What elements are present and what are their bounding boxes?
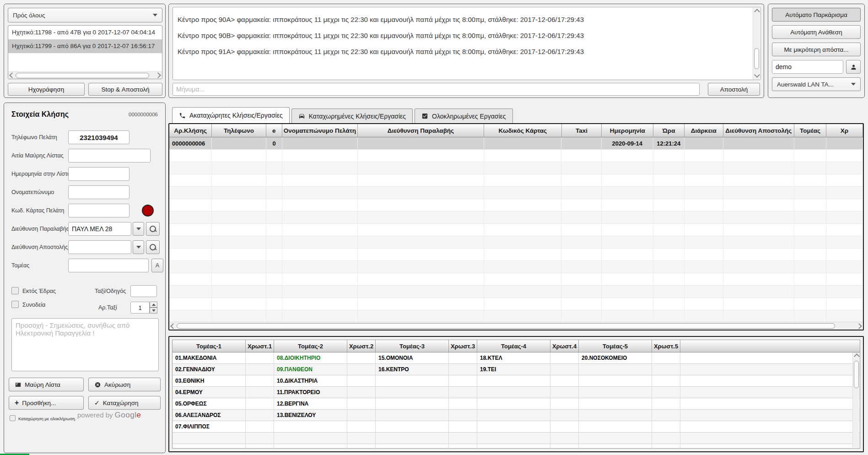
blacklist-button[interactable]: Μαύρη Λίστα — [9, 378, 84, 391]
table-row[interactable] — [169, 162, 863, 174]
column-header[interactable]: Ώρα — [653, 124, 685, 137]
add-button[interactable]: + Προσθήκη... — [9, 396, 84, 410]
notes-textarea[interactable] — [11, 318, 159, 371]
sectors-vscrollbar[interactable] — [852, 352, 859, 448]
table-row[interactable] — [169, 249, 863, 261]
operator-input[interactable] — [772, 60, 843, 74]
taxi-driver-input[interactable] — [130, 285, 157, 297]
audio-list[interactable]: Ηχητικό:11798 - από 47Β για 0 2017-12-07… — [8, 25, 162, 79]
column-header[interactable]: Ημερομηνία — [602, 124, 653, 137]
audio-list-hscrollbar[interactable] — [8, 71, 162, 79]
list-date-input[interactable] — [68, 167, 129, 181]
table-row[interactable] — [169, 286, 863, 298]
dropoff-search-button[interactable] — [146, 240, 160, 254]
taxi-number-stepper[interactable] — [150, 302, 157, 314]
auto-parking-button[interactable]: Αυτόματο Παρκάρισμα — [772, 8, 861, 22]
column-header[interactable]: Τομέας-1 — [173, 340, 246, 352]
scroll-right-icon[interactable] — [155, 72, 161, 78]
table-row[interactable] — [169, 174, 863, 187]
blacklist-reason-input[interactable] — [68, 149, 151, 162]
column-header[interactable]: Τομέας-2 — [274, 340, 347, 352]
sector-cell[interactable]: 18.ΚΤΕΛ — [477, 352, 550, 363]
table-row[interactable] — [169, 224, 863, 236]
selected-call-row[interactable]: 0000000006 0 2020-09-14 12:21:24 — [169, 137, 863, 150]
sectors-row[interactable]: 03.ΕΘΝΙΚΗ 10.ΔΙΚΑΣΤΗΡΙΑ — [173, 375, 860, 387]
sector-cell[interactable]: 20.ΝΟΣΟΚΟΜΕΙΟ — [579, 352, 652, 363]
column-header[interactable]: Διάρκεια — [685, 124, 723, 137]
column-header[interactable]: Taxi — [562, 124, 602, 137]
operator-login-button[interactable] — [846, 60, 861, 74]
message-input[interactable] — [173, 83, 700, 96]
record-button[interactable]: Ηχογράφηση — [8, 83, 85, 96]
sectors-row[interactable]: 01.ΜΑΚΕΔΟΝΙΑ 08.ΔΙΟΙΚΗΤΗΡΙΟ 15.ΟΜΟΝΟΙΑ 1… — [173, 352, 860, 364]
tab-registered-calls[interactable]: Καταχωρημένες Κλήσεις/Εργασίες — [291, 108, 413, 123]
escort-checkbox[interactable] — [11, 301, 19, 308]
auto-assign-button[interactable]: Αυτόματη Ανάθεση — [772, 25, 861, 39]
scrollbar-track[interactable] — [177, 323, 856, 329]
pickup-address-input[interactable] — [68, 222, 131, 236]
table-row[interactable] — [169, 273, 863, 286]
pbx-select[interactable]: Auerswald LAN TA... — [772, 77, 861, 91]
column-header[interactable]: Τομέας-3 — [376, 340, 449, 352]
column-header[interactable]: Τηλέφωνο — [212, 124, 266, 137]
calls-table-hscrollbar[interactable] — [169, 322, 863, 330]
sector-cell[interactable]: 03.ΕΘΝΙΚΗ — [173, 375, 246, 386]
sectors-row[interactable]: 07.ΦΙΛΙΠΠΟΣ — [173, 421, 860, 433]
sector-cell[interactable]: 13.ΒΕΝΙΖΕΛΟΥ — [274, 410, 347, 421]
table-row[interactable] — [169, 310, 863, 323]
pickup-search-button[interactable] — [146, 222, 160, 236]
table-row[interactable] — [169, 187, 863, 199]
sector-cell[interactable]: 02.ΓΕΝΝΑΔΙΟΥ — [173, 364, 246, 375]
scroll-up-icon[interactable] — [854, 353, 860, 359]
column-header[interactable]: Διεύθυνση Παραλαβής — [358, 124, 484, 137]
list-item[interactable]: Ηχητικό:11798 - από 47Β για 0 2017-12-07… — [8, 26, 162, 39]
column-header[interactable]: Χρωστ.2 — [347, 340, 376, 352]
sector-auto-button[interactable]: A — [151, 259, 163, 272]
list-item-selected[interactable]: Ηχητικό:11799 - από 86Α για 0 2017-12-07… — [8, 39, 162, 53]
table-row[interactable] — [169, 199, 863, 211]
taxi-number-input[interactable] — [130, 302, 150, 314]
sectors-row[interactable]: 05.ΟΡΦΕΩΣ 12.ΒΕΡΓΙΝΑ — [173, 398, 860, 410]
column-header[interactable]: Χρωστ.3 — [449, 340, 477, 352]
table-row[interactable] — [169, 150, 863, 162]
tab-completed-jobs[interactable]: Ολοκληρωμένες Εργασίες — [415, 108, 512, 123]
sector-cell-active[interactable]: 09.ΠΑΝΘΕΟΝ — [274, 364, 347, 375]
scrollbar-track[interactable] — [16, 73, 155, 78]
sector-cell[interactable]: 05.ΟΡΦΕΩΣ — [173, 398, 246, 409]
message-list-vscrollbar[interactable] — [753, 8, 760, 80]
dropoff-address-input[interactable] — [68, 240, 131, 254]
sector-cell[interactable]: 06.ΑΛΕΞΑΝΔΡΟΣ — [173, 410, 246, 421]
column-header[interactable]: Κωδικός Κάρτας — [484, 124, 562, 137]
dropoff-dropdown-button[interactable] — [133, 240, 144, 254]
sectors-row[interactable]: 06.ΑΛΕΞΑΝΔΡΟΣ 13.ΒΕΝΙΖΕΛΟΥ — [173, 410, 860, 421]
sector-cell[interactable]: 19.ΤΕΙ — [477, 364, 550, 375]
sectors-row[interactable]: 02.ΓΕΝΝΑΔΙΟΥ 09.ΠΑΝΘΕΟΝ 16.ΚΕΝΤΡΟ 19.ΤΕΙ — [173, 364, 860, 375]
sector-cell[interactable]: 10.ΔΙΚΑΣΤΗΡΙΑ — [274, 375, 347, 386]
sector-cell[interactable]: 04.ΕΡΜΟΥ — [173, 387, 246, 398]
sectors-row[interactable]: 04.ΕΡΜΟΥ 11.ΠΡΑΚΤΟΡΕΙΟ — [173, 387, 860, 398]
sector-cell-active[interactable]: 08.ΔΙΟΙΚΗΤΗΡΙΟ — [274, 352, 347, 363]
column-header[interactable]: Τομέας — [794, 124, 826, 137]
register-complete-checkbox[interactable] — [10, 415, 16, 421]
scrollbar-thumb[interactable] — [854, 361, 859, 388]
table-row[interactable] — [173, 433, 860, 444]
scrollbar-thumb[interactable] — [754, 48, 759, 69]
sector-cell[interactable]: 15.ΟΜΟΝΟΙΑ — [376, 352, 449, 363]
column-header[interactable]: Χρωστ.4 — [550, 340, 579, 352]
table-row[interactable] — [169, 298, 863, 310]
column-header[interactable]: Αρ.Κλήσης — [169, 124, 212, 137]
table-row[interactable] — [169, 211, 863, 224]
scroll-down-icon[interactable] — [754, 72, 760, 78]
customer-name-input[interactable] — [68, 185, 129, 199]
sector-cell[interactable]: 16.ΚΕΝΤΡΟ — [376, 364, 449, 375]
scroll-left-icon[interactable] — [170, 323, 176, 329]
stop-send-button[interactable]: Stop & Αποστολή — [88, 83, 162, 96]
min-distance-button[interactable]: Με μικρότερη απόστα... — [772, 43, 861, 56]
register-button[interactable]: ✓ Καταχώρηση — [88, 396, 161, 410]
scroll-left-icon[interactable] — [9, 72, 15, 78]
column-header[interactable]: Χρ — [826, 124, 863, 137]
sector-cell[interactable]: 11.ΠΡΑΚΤΟΡΕΙΟ — [274, 387, 347, 398]
send-button[interactable]: Αποστολή — [708, 83, 760, 96]
column-header[interactable]: Χρωστ.5 — [652, 340, 680, 352]
column-header[interactable]: Τομέας-5 — [579, 340, 652, 352]
